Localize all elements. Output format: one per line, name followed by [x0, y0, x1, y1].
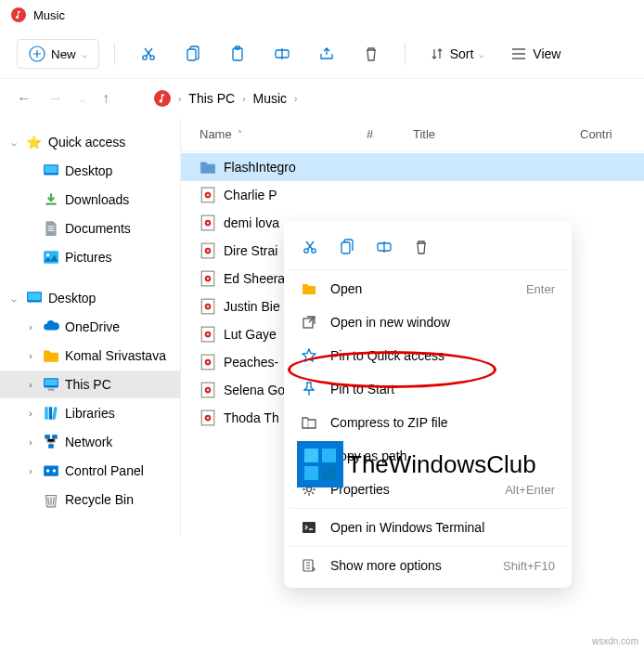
share-icon — [318, 46, 335, 61]
sidebar-item-control-panel[interactable]: › Control Panel — [0, 457, 180, 485]
ctx-pin-start[interactable]: Pin to Start — [290, 372, 566, 406]
back-button[interactable]: ← — [17, 90, 32, 107]
ctx-cut-button[interactable] — [293, 232, 327, 262]
ctx-copy-path[interactable]: Copy as path — [290, 439, 566, 473]
scissors-icon — [140, 46, 157, 62]
sidebar-item-label: Downloads — [65, 192, 129, 207]
svg-point-53 — [207, 417, 209, 419]
desktop-icon — [43, 162, 59, 179]
chevron-right-icon: › — [24, 380, 37, 390]
column-contrib[interactable]: Contri — [580, 127, 625, 141]
desktop-section: ⌵ Desktop › OneDrive › Komal Srivastava … — [0, 284, 180, 514]
view-icon — [510, 47, 527, 60]
ctx-label: Open — [330, 281, 513, 296]
sidebar-item-label: Quick access — [48, 135, 125, 150]
chevron-down-icon: ⌵ — [479, 49, 484, 59]
breadcrumb-item[interactable]: Music — [252, 91, 287, 106]
pictures-icon — [43, 249, 59, 266]
svg-point-29 — [207, 194, 209, 196]
ctx-rename-button[interactable] — [367, 232, 401, 262]
sidebar-item-user[interactable]: › Komal Srivastava — [0, 342, 180, 370]
new-label: New — [51, 47, 76, 61]
sidebar-item-this-pc[interactable]: › This PC — [0, 370, 180, 398]
ctx-compress-zip[interactable]: Compress to ZIP file — [290, 406, 566, 439]
svg-rect-59 — [303, 452, 312, 462]
ctx-label: Pin to Quick access — [330, 348, 555, 363]
control-panel-icon — [43, 462, 59, 479]
navigation-bar: ← → ⌵ ↑ › This PC › Music › — [0, 79, 644, 118]
column-number[interactable]: # — [367, 127, 413, 141]
column-name[interactable]: Name˄ — [200, 127, 367, 141]
column-title[interactable]: Title — [413, 127, 580, 141]
sidebar: ⌵ ⭐ Quick access Desktop Downloads Docum… — [0, 118, 181, 536]
terminal-icon — [301, 519, 317, 536]
file-row[interactable]: Charlie P — [181, 181, 644, 209]
svg-point-50 — [207, 389, 209, 391]
sidebar-item-libraries[interactable]: › Libraries — [0, 399, 180, 427]
sidebar-item-network[interactable]: › Network — [0, 428, 180, 456]
new-button[interactable]: New ⌵ — [17, 39, 99, 69]
ctx-copy-button[interactable] — [330, 232, 364, 262]
sidebar-item-downloads[interactable]: Downloads — [0, 186, 180, 214]
copy-icon — [340, 239, 354, 255]
rename-button[interactable] — [264, 39, 301, 69]
downloads-icon — [43, 191, 59, 208]
sidebar-item-label: Network — [65, 435, 112, 449]
sidebar-desktop[interactable]: ⌵ Desktop — [0, 284, 180, 312]
share-button[interactable] — [308, 39, 345, 69]
sidebar-item-label: Recycle Bin — [65, 492, 134, 507]
svg-point-12 — [46, 254, 49, 256]
svg-rect-21 — [45, 435, 50, 439]
sidebar-item-label: Desktop — [48, 291, 96, 306]
ctx-label: Pin to Start — [330, 382, 555, 396]
rename-icon — [274, 46, 290, 61]
ctx-label: Show more options — [330, 558, 490, 573]
sidebar-item-documents[interactable]: Documents — [0, 214, 180, 242]
ctx-open-terminal[interactable]: Open in Windows Terminal — [290, 511, 566, 544]
sidebar-item-desktop[interactable]: Desktop — [0, 157, 180, 185]
desktop-icon — [26, 290, 43, 306]
star-outline-icon — [301, 347, 317, 364]
audio-file-icon — [200, 214, 216, 231]
file-row-folder[interactable]: FlashIntegro — [181, 153, 644, 181]
paste-button[interactable] — [219, 39, 256, 69]
cut-button[interactable] — [130, 39, 167, 69]
svg-rect-19 — [49, 407, 52, 420]
ctx-properties[interactable]: Properties Alt+Enter — [290, 473, 566, 506]
sidebar-item-label: Libraries — [65, 406, 115, 421]
svg-point-41 — [207, 306, 209, 307]
chevron-right-icon: › — [24, 351, 37, 361]
audio-file-icon — [200, 270, 216, 287]
copy-button[interactable] — [174, 39, 212, 69]
chevron-down-icon: ⌵ — [7, 293, 20, 304]
breadcrumb[interactable]: › This PC › Music › — [154, 90, 297, 107]
sort-asc-icon: ˄ — [238, 129, 242, 139]
sidebar-item-label: Desktop — [65, 163, 112, 178]
breadcrumb-item[interactable]: This PC — [188, 91, 235, 106]
view-button[interactable]: View — [501, 41, 570, 67]
music-app-icon — [11, 7, 26, 22]
plus-circle-icon — [29, 46, 45, 62]
divider — [114, 43, 115, 65]
chevron-down-icon: ⌵ — [82, 49, 87, 59]
audio-file-icon — [200, 298, 216, 315]
ctx-delete-button[interactable] — [405, 232, 438, 262]
up-button[interactable]: ↑ — [102, 90, 109, 107]
ctx-open[interactable]: Open Enter — [290, 272, 566, 306]
file-name: Charlie P — [224, 188, 277, 202]
sidebar-item-recycle-bin[interactable]: Recycle Bin — [0, 486, 180, 514]
ctx-pin-quick-access[interactable]: Pin to Quick access — [290, 339, 566, 372]
divider — [290, 508, 566, 509]
recent-button[interactable]: ⌵ — [80, 94, 85, 104]
file-name: demi lova — [224, 215, 279, 230]
sort-button[interactable]: Sort ⌵ — [420, 41, 495, 67]
ctx-show-more[interactable]: Show more options Shift+F10 — [290, 549, 566, 582]
sort-label: Sort — [450, 46, 474, 61]
delete-button[interactable] — [353, 39, 390, 69]
audio-file-icon — [200, 354, 216, 370]
ctx-open-new-window[interactable]: Open in new window — [290, 306, 566, 339]
sidebar-item-onedrive[interactable]: › OneDrive — [0, 313, 180, 341]
sidebar-quick-access[interactable]: ⌵ ⭐ Quick access — [0, 128, 180, 156]
sidebar-item-pictures[interactable]: Pictures — [0, 243, 180, 271]
forward-button[interactable]: → — [48, 90, 63, 107]
